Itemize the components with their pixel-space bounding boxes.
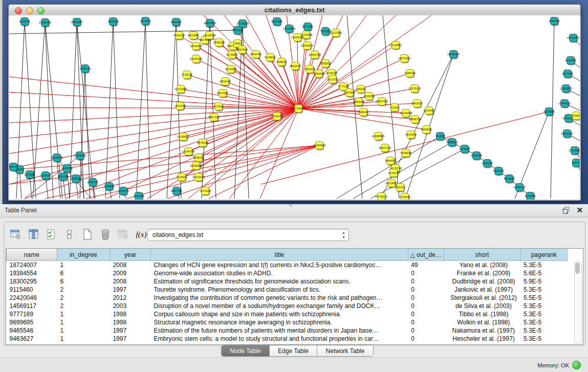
table-row[interactable]: 911546021997Tourette syndrome. Phenomeno… (7, 286, 568, 294)
graph-node[interactable]: 10653287 (71, 18, 83, 26)
cell-year[interactable]: 1997 (110, 286, 150, 294)
graph-node[interactable]: 18907273 (379, 144, 391, 152)
graph-node[interactable]: 1362615 (304, 65, 315, 73)
black-edge[interactable] (167, 22, 176, 199)
cell-pagerank[interactable]: 5.3E-5 (520, 261, 568, 270)
network-canvas[interactable]: 2405574276914061065328729931461527602646… (9, 15, 580, 200)
cell-name[interactable]: 9463627 (7, 335, 57, 343)
black-edge[interactable] (105, 21, 113, 199)
graph-node[interactable]: 12975125 (408, 85, 421, 93)
cell-short[interactable]: Wolkin et al. (1998) (444, 318, 520, 326)
table-row[interactable]: 969969511998Structural magnetic resonanc… (7, 318, 568, 326)
graph-node[interactable]: 1315682 (24, 171, 35, 179)
cell-out_degree[interactable]: 0 (408, 294, 444, 302)
graph-node[interactable]: 7485063 (404, 70, 415, 77)
cell-year[interactable]: 2008 (110, 277, 150, 286)
graph-node[interactable]: 9457791 (171, 187, 182, 195)
red-edge[interactable] (193, 35, 298, 108)
graph-node[interactable]: 9245652 (525, 192, 535, 200)
cell-short[interactable]: Nakamura et al. (1997) (444, 326, 520, 335)
graph-node[interactable]: 8867110 (208, 114, 219, 121)
red-edge[interactable] (298, 79, 333, 108)
red-edge[interactable] (66, 108, 298, 199)
graph-node[interactable]: 164095 (435, 133, 445, 140)
black-edge[interactable] (210, 23, 216, 199)
graph-node[interactable]: 9175685 (226, 51, 237, 59)
graph-node[interactable]: 746266 (356, 85, 365, 93)
graph-node[interactable]: 39159 (9, 163, 17, 171)
graph-node[interactable]: 2405574 (19, 18, 30, 26)
graph-node[interactable]: 7832621 (493, 167, 504, 175)
graph-node[interactable]: 2935114 (482, 160, 492, 167)
cell-year[interactable]: 1997 (110, 326, 150, 335)
table-scrollbar[interactable] (574, 261, 582, 344)
memory-status-icon[interactable] (572, 361, 581, 369)
graph-node[interactable]: 12093823 (560, 85, 572, 93)
cell-in_degree[interactable]: 1 (57, 326, 110, 335)
graph-node[interactable]: 12213389 (175, 85, 187, 93)
graph-node[interactable]: 8813054 (271, 18, 282, 26)
black-edge[interactable] (347, 15, 362, 199)
network-graph[interactable]: 2405574276914061065328729931461527602646… (9, 15, 580, 200)
cell-year[interactable]: 2003 (110, 302, 150, 310)
graph-node[interactable]: 1250515 (70, 175, 81, 183)
cell-year[interactable]: 2008 (110, 261, 150, 270)
red-edge[interactable] (147, 108, 298, 199)
graph-node[interactable]: 3624534 (363, 93, 374, 100)
network-view-window[interactable]: citations_edges.txt 24055742769140610653… (8, 4, 581, 201)
cell-in_degree[interactable]: 1 (57, 318, 110, 326)
table-row[interactable]: 946362711997Embryonic stem cells: a mode… (7, 335, 568, 343)
red-edge[interactable] (9, 145, 319, 184)
graph-node[interactable]: 9498223 (193, 154, 204, 162)
cell-title[interactable]: Embryonic stem cells: a model to study s… (151, 335, 408, 343)
graph-node[interactable]: 8878334 (197, 139, 208, 147)
cell-in_degree[interactable]: 6 (57, 277, 110, 286)
column-header-out_de[interactable]: △ out_de… (408, 249, 444, 261)
graph-node[interactable]: 1292346 (133, 192, 144, 200)
table-row[interactable]: 977716911998Corpus callosum shape and si… (7, 310, 568, 318)
graph-node[interactable]: 1615172 (388, 169, 399, 177)
cell-out_degree[interactable]: 0 (408, 269, 444, 277)
black-edge[interactable] (176, 22, 181, 199)
cell-pagerank[interactable]: 5.3E-5 (520, 326, 568, 335)
cell-short[interactable]: Franke et al. (2009) (444, 269, 520, 277)
graph-node[interactable]: 16961758 (309, 51, 321, 59)
cell-short[interactable]: Yano et al. (2008) (444, 261, 520, 270)
cell-short[interactable]: Dudbridge et al. (2008) (444, 277, 520, 286)
cell-pagerank[interactable]: 5.9E-5 (520, 277, 568, 286)
cell-short[interactable]: Jankovic et al. (1997) (444, 286, 520, 294)
graph-node[interactable]: 9684067 (385, 157, 396, 165)
graph-node[interactable]: 8471826 (504, 175, 514, 183)
cell-pagerank[interactable]: 5.3E-5 (520, 302, 568, 310)
table-settings-icon[interactable] (9, 228, 23, 240)
graph-node[interactable]: 1733426 (399, 193, 410, 200)
graph-node[interactable]: 27691406 (39, 19, 51, 27)
import-table-icon[interactable] (117, 228, 130, 240)
cell-in_degree[interactable]: 2 (57, 302, 110, 310)
graph-node[interactable]: 8427552 (217, 90, 228, 97)
cell-title[interactable]: Estimation of the future numbers of pati… (151, 326, 408, 335)
cell-name[interactable]: 14569117 (7, 302, 57, 310)
graph-node[interactable]: 8660128 (173, 32, 184, 39)
cell-title[interactable]: Estimation of significance thresholds fo… (151, 277, 408, 286)
float-panel-icon[interactable] (562, 207, 570, 214)
cell-year[interactable]: 1997 (110, 335, 150, 343)
cell-out_degree[interactable]: 0 (408, 277, 444, 286)
red-edge[interactable] (9, 108, 298, 184)
cell-pagerank[interactable]: 5.3E-5 (520, 335, 568, 343)
cell-short[interactable]: de Silva et al. (2003) (444, 302, 520, 310)
graph-node[interactable]: 9242848 (225, 65, 236, 73)
cell-year[interactable]: 2012 (110, 294, 150, 302)
graph-node[interactable]: 7625402 (176, 173, 187, 181)
graph-node[interactable]: 9699695 (421, 126, 431, 134)
graph-node[interactable]: 1621022 (327, 76, 338, 83)
graph-node[interactable]: 19166827 (177, 133, 189, 141)
graph-node[interactable]: 16640910 (301, 42, 313, 50)
cell-name[interactable]: 9465546 (7, 326, 57, 335)
graph-node[interactable]: 8454749 (250, 51, 261, 58)
graph-node[interactable]: 2867608 (236, 46, 247, 54)
black-edge[interactable] (371, 149, 465, 199)
black-edge[interactable] (70, 22, 77, 199)
cell-name[interactable]: 18300295 (7, 277, 57, 286)
cell-short[interactable]: Stergiakouli et al. (2012) (444, 294, 520, 302)
